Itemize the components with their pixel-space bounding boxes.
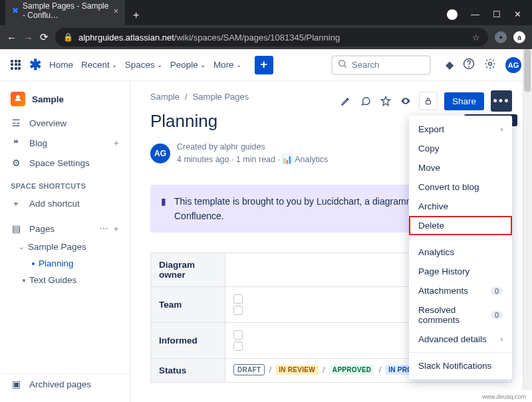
tree-planning[interactable]: Planning [5, 255, 130, 272]
pages-icon: ▤ [11, 223, 21, 234]
archive-icon: ▣ [11, 379, 21, 389]
space-header[interactable]: Sample [0, 89, 130, 113]
menu-move[interactable]: Move [409, 158, 512, 177]
restrictions-icon[interactable] [419, 92, 438, 110]
author-name: Created by alphr guides [177, 141, 328, 153]
new-tab-button[interactable]: + [125, 5, 147, 25]
settings-icon[interactable] [484, 58, 496, 72]
shortcuts-header: SPACE SHORTCUTS [0, 173, 130, 194]
menu-advanced[interactable]: Advanced details› [409, 330, 512, 349]
search-input[interactable]: Search [331, 55, 431, 75]
breadcrumb-space[interactable]: Sample [150, 92, 180, 102]
nav-people[interactable]: People⌄ [170, 60, 205, 70]
app-topnav: ✱ Home Recent⌄ Spaces⌄ People⌄ More⌄ + S… [0, 49, 532, 81]
chevron-down-icon: ⌄ [19, 243, 24, 251]
create-button[interactable]: + [255, 56, 273, 74]
chevron-down-icon: ⌄ [157, 61, 162, 68]
nav-recent[interactable]: Recent⌄ [81, 60, 117, 70]
maximize-button[interactable]: ☐ [493, 9, 501, 20]
svg-rect-5 [426, 100, 430, 104]
count-badge: 0 [491, 311, 503, 319]
help-icon[interactable] [463, 58, 475, 72]
space-name: Sample [32, 94, 64, 104]
checkbox[interactable] [233, 306, 243, 315]
close-tab-icon[interactable]: × [113, 6, 118, 16]
menu-resolved-comments[interactable]: Resolved comments0 [409, 300, 512, 330]
forward-button: → [23, 32, 33, 43]
archived-pages[interactable]: ▣Archived pages [0, 373, 130, 394]
bookmark-icon[interactable]: ☆ [472, 33, 480, 43]
nav-spaces[interactable]: Spaces⌄ [125, 60, 162, 70]
svg-point-3 [469, 66, 469, 67]
comment-icon[interactable] [359, 94, 372, 108]
window-controls: ― ☐ ✕ [447, 9, 532, 25]
close-window-button[interactable]: ✕ [514, 9, 521, 20]
confluence-logo[interactable]: ✱ [29, 56, 41, 74]
profile-icon[interactable]: a [513, 31, 525, 43]
sidebar-overview[interactable]: ☲Overview [0, 113, 130, 133]
status-draft[interactable]: DRAFT [233, 364, 265, 375]
menu-archive[interactable]: Archive [409, 197, 512, 216]
add-icon[interactable]: + [114, 138, 119, 148]
notifications-icon[interactable]: ◆ [446, 58, 454, 71]
banner-text: This template is brought to you by Lucid… [174, 194, 421, 224]
user-avatar[interactable]: AG [505, 57, 521, 73]
row-label: Team [151, 287, 225, 323]
menu-history[interactable]: Page History [409, 262, 512, 281]
add-shortcut[interactable]: +Add shortcut [0, 194, 130, 213]
page-main: Sample / Sample Pages Share ••• More act… [130, 81, 532, 402]
tree-text-guides[interactable]: Text Guides [5, 272, 130, 288]
extension-icon[interactable]: ✦ [495, 31, 507, 43]
url-path: /wiki/spaces/SAM/pages/1081345/Planning [174, 33, 340, 43]
browser-tab[interactable]: ✖ Sample Pages - Sample - Conflu… × [5, 0, 125, 25]
row-label: Status [151, 359, 225, 383]
menu-attachments[interactable]: Attachments0 [409, 281, 512, 300]
sidebar-pages[interactable]: ▤Pages⋯ + [0, 219, 130, 239]
page-actions: Share ••• [339, 90, 512, 112]
checkbox[interactable] [233, 330, 243, 340]
menu-convert-blog[interactable]: Convert to blog [409, 177, 512, 197]
analytics-link[interactable]: Analytics [295, 155, 328, 164]
author-avatar[interactable]: AG [150, 144, 170, 163]
menu-export[interactable]: Export› [409, 120, 512, 139]
chevron-right-icon: › [501, 126, 503, 133]
search-placeholder: Search [352, 60, 379, 70]
sidebar-blog[interactable]: ❝Blog+ [0, 133, 130, 153]
space-sidebar: Sample ☲Overview ❝Blog+ ⚙Space Settings … [0, 81, 130, 402]
menu-analytics[interactable]: Analytics [409, 243, 512, 262]
back-button[interactable]: ← [7, 32, 17, 43]
breadcrumb-parent[interactable]: Sample Pages [193, 92, 249, 102]
nav-more[interactable]: More⌄ [213, 60, 241, 70]
scrollbar-thumb[interactable] [524, 49, 531, 92]
minimize-button[interactable]: ― [471, 9, 479, 20]
checkbox[interactable] [233, 294, 243, 304]
reload-button[interactable]: ⟳ [40, 31, 49, 43]
star-icon[interactable] [379, 94, 392, 108]
more-actions-menu: Export› Copy Move Convert to blog Archiv… [409, 116, 512, 379]
tree-sample-pages[interactable]: ⌄Sample Pages [5, 239, 130, 255]
edit-icon[interactable] [339, 94, 352, 108]
app-switcher-icon[interactable] [11, 60, 21, 70]
checkbox[interactable] [233, 342, 243, 351]
sidebar-settings[interactable]: ⚙Space Settings [0, 153, 130, 173]
browser-titlebar: ✖ Sample Pages - Sample - Conflu… × + ― … [0, 0, 532, 25]
plus-icon: + [11, 199, 21, 209]
status-approved[interactable]: APPROVED [329, 365, 375, 375]
more-icon[interactable]: ⋯ + [99, 223, 119, 234]
scrollbar-track[interactable] [523, 49, 532, 390]
watch-icon[interactable] [399, 94, 412, 108]
nav-home[interactable]: Home [49, 60, 73, 70]
search-icon [338, 59, 348, 71]
menu-slack[interactable]: Slack Notifications [409, 356, 512, 375]
page-meta: 4 minutes ago · 1 min read · [177, 155, 280, 164]
more-actions-button[interactable]: ••• [491, 90, 512, 112]
address-bar[interactable]: 🔒 alphrguides.atlassian.net/wiki/spaces/… [55, 28, 488, 47]
tab-favicon: ✖ [12, 6, 19, 15]
chevron-down-icon: ⌄ [112, 61, 117, 68]
share-button[interactable]: Share [444, 92, 484, 110]
row-label: Informed [151, 323, 225, 359]
menu-copy[interactable]: Copy [409, 139, 512, 158]
status-review[interactable]: IN REVIEW [275, 365, 319, 375]
menu-delete[interactable]: Delete [409, 216, 512, 235]
bullet-icon [32, 262, 35, 265]
